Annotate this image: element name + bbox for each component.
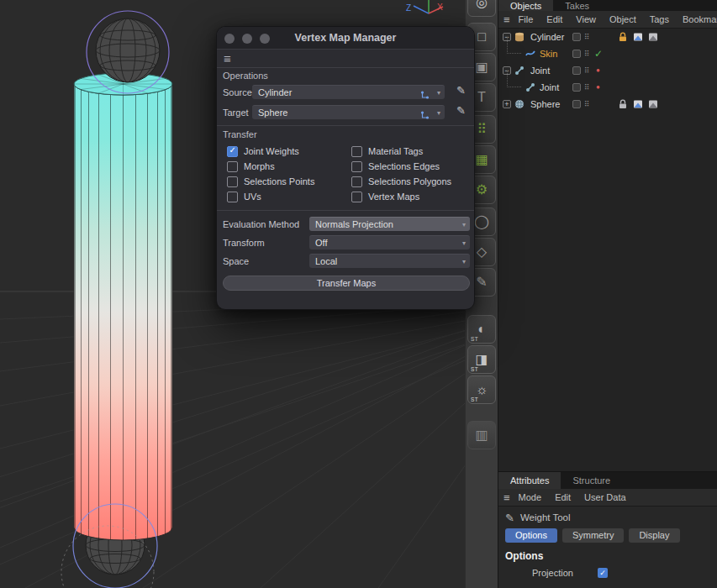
evaluation-method-dropdown[interactable]: Normals Projection ▾ [309,217,470,231]
eyedropper-icon[interactable]: ✎ [456,104,466,117]
menu-object[interactable]: Object [609,14,636,24]
menu-bookmarks[interactable]: Bookmarks [683,14,717,24]
camera-icon: ◨ [475,353,488,366]
object-label: Skin [540,45,557,62]
weight-tool-icon: ✎ [505,512,514,524]
tree-row-joint[interactable]: − Joint ⠿ ● [498,62,717,79]
projection-checkbox[interactable]: ✓ [598,568,608,578]
dialog-titlebar[interactable]: Vertex Map Manager [217,27,474,50]
checkbox-vertex-maps[interactable]: Vertex Maps [351,189,451,204]
tab-objects[interactable]: Objects [498,0,553,11]
menu-edit[interactable]: Edit [555,492,571,502]
object-link-icon [420,108,430,118]
transform-row: Transform Off ▾ [217,234,474,252]
hamburger-icon[interactable]: ≡ [503,13,510,26]
pen-icon: ✎ [476,276,487,289]
menu-mode[interactable]: Mode [519,492,542,502]
checkbox-selections-points[interactable]: Selections Points [227,174,351,189]
joint-object-icon [525,81,536,93]
navigate-tool-button[interactable]: ◎ [467,0,496,17]
space-row: Space Local ▾ [217,252,474,270]
visibility-dots-icon[interactable]: ⠿ [584,96,590,113]
checkbox-selections-edges[interactable]: Selections Edges [351,159,451,174]
tab-attributes[interactable]: Attributes [498,472,561,489]
weight-tag-icon[interactable] [647,31,659,43]
space-dropdown[interactable]: Local ▾ [309,254,470,268]
checkbox-box [351,176,362,187]
divider [217,125,474,126]
checkbox-box [227,176,238,187]
vertex-map-manager-dialog[interactable]: Vertex Map Manager ≡ Operations Source C… [216,26,475,310]
light-icon: ☼ [476,383,488,396]
lock-tag-icon[interactable] [617,31,629,43]
enabled-dot-icon[interactable]: ● [596,79,600,96]
visibility-dots-icon[interactable]: ⠿ [584,45,590,62]
top-sphere [96,18,160,82]
axis-x-label: X [437,3,443,12]
tree-row-skin[interactable]: Skin ⠿ ✓ [498,45,717,62]
layer-box[interactable] [572,50,581,58]
space-label: Space [223,252,249,270]
visibility-dots-icon[interactable]: ⠿ [584,62,590,79]
checkbox-selections-polygons[interactable]: Selections Polygons [351,174,451,189]
chevron-down-icon[interactable]: ▾ [462,218,466,232]
menu-tags[interactable]: Tags [650,14,669,24]
transfer-maps-button[interactable]: Transfer Maps [223,276,470,291]
layer-box[interactable] [572,66,581,75]
eyedropper-icon[interactable]: ✎ [456,84,466,97]
tree-row-joint-child[interactable]: Joint ⠿ ● [498,79,717,96]
target-dropdown[interactable]: Sphere ▾ [252,105,445,119]
source-row: Source Cylinder ▾ ✎ [217,83,474,102]
menu-file[interactable]: File [519,14,534,24]
hamburger-icon[interactable]: ≡ [503,491,510,504]
checkbox-uvs[interactable]: UVs [227,189,351,204]
projection-field-row: Projection ✓ [498,565,717,580]
attributes-tab-bar: Attributes Structure [498,472,717,489]
phong-tag-icon[interactable] [632,98,644,110]
menu-user-data[interactable]: User Data [584,492,626,502]
tab-takes[interactable]: Takes [553,0,601,11]
symmetry-button[interactable]: Symmetry [562,528,625,543]
layer-box[interactable] [572,83,581,92]
source-dropdown[interactable]: Cylinder ▾ [252,85,445,99]
checkbox-joint-weights[interactable]: Joint Weights [227,144,351,159]
enabled-dot-icon[interactable]: ● [596,62,600,79]
tab-structure[interactable]: Structure [561,472,622,489]
display-button[interactable]: Display [629,528,679,543]
chevron-down-icon[interactable]: ▾ [437,106,440,120]
weight-tag-icon[interactable] [647,98,659,110]
expander-icon[interactable]: + [503,100,511,108]
target-value: Sphere [258,106,287,119]
layer-box[interactable] [572,33,581,41]
tree-row-sphere[interactable]: + Sphere ⠿ [498,96,717,113]
hamburger-icon[interactable]: ≡ [224,51,231,66]
transfer-section-label: Transfer [223,129,257,139]
objects-menu-bar: ≡ File Edit View Object Tags Bookmarks [498,11,717,29]
object-tree: − Cylinder ⠿ Skin ⠿ ✓ − [498,29,717,114]
stage-sphere-button[interactable]: ◐ST [467,315,496,344]
stage-light-button[interactable]: ☼ST [467,375,496,404]
phong-tag-icon[interactable] [632,31,644,43]
layer-box[interactable] [572,100,581,108]
menu-view[interactable]: View [576,14,596,24]
options-button[interactable]: Options [505,528,557,543]
lock-tag-icon[interactable] [617,98,629,110]
enabled-check-icon[interactable]: ✓ [594,45,603,62]
tree-row-cylinder[interactable]: − Cylinder ⠿ [498,29,717,45]
tool-title-row: ✎ Weight Tool [498,507,717,528]
visibility-dots-icon[interactable]: ⠿ [584,79,590,96]
divider [217,210,474,211]
inactive-cube-button[interactable]: ▥ [467,421,496,449]
chevron-down-icon[interactable]: ▾ [462,255,466,269]
checkbox-material-tags[interactable]: Material Tags [351,144,451,159]
skin-object-icon [525,48,536,60]
checkbox-morphs[interactable]: Morphs [227,159,351,174]
menu-edit[interactable]: Edit [546,14,562,24]
checkbox-box [351,161,362,172]
chevron-down-icon[interactable]: ▾ [462,236,466,250]
chevron-down-icon[interactable]: ▾ [437,86,440,100]
stage-camera-button[interactable]: ◨ST [467,345,496,374]
attributes-content: ✎ Weight Tool Options Symmetry Display O… [498,507,717,580]
transform-dropdown[interactable]: Off ▾ [309,235,470,249]
visibility-dots-icon[interactable]: ⠿ [584,29,590,45]
